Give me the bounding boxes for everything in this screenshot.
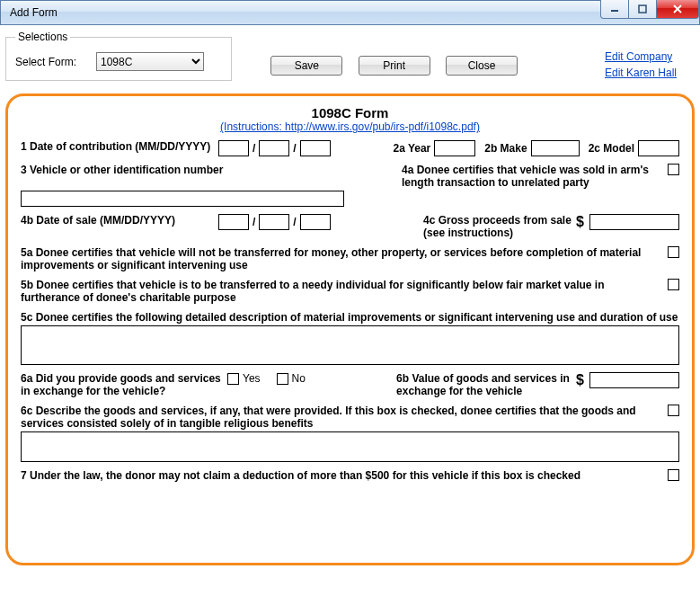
field-4c-input[interactable]	[589, 214, 679, 230]
field-6b-label: 6b Value of goods and services in exchan…	[396, 372, 576, 397]
field-4c-label: 4c Gross proceeds from sale (see instruc…	[423, 214, 576, 239]
field-1-dd-input[interactable]	[259, 140, 289, 156]
field-6a-label: 6a Did you provide goods and services in…	[21, 372, 227, 397]
client-area: Selections Select Form: 1098C Save Print…	[0, 25, 700, 571]
close-window-button[interactable]	[656, 0, 699, 19]
svg-rect-1	[639, 5, 646, 13]
window-title: Add Form	[1, 6, 58, 19]
field-4b-yyyy-input[interactable]	[300, 214, 331, 230]
field-5c-label: 5c Donee certifies the following detaile…	[21, 311, 679, 324]
print-button[interactable]: Print	[359, 56, 430, 76]
field-7-label: 7 Under the law, the donor may not claim…	[21, 469, 662, 482]
selections-legend: Selections	[15, 31, 70, 43]
dollar-sign: $	[576, 214, 584, 230]
select-form-label: Select Form:	[15, 56, 96, 68]
yes-label: Yes	[243, 372, 261, 385]
field-4b-dd-input[interactable]	[259, 214, 289, 230]
field-3-label: 3 Vehicle or other identification number	[21, 164, 362, 176]
field-2b-label: 2b Make	[484, 142, 527, 155]
field-4a-label: 4a Donee certifies that vehicle was sold…	[402, 164, 662, 189]
edit-company-link[interactable]: Edit Company	[605, 49, 677, 65]
dollar-sign: $	[576, 372, 584, 388]
field-5a-checkbox[interactable]	[668, 246, 679, 258]
field-2b-input[interactable]	[531, 140, 580, 156]
close-button[interactable]: Close	[446, 56, 518, 76]
date-sep: /	[253, 216, 255, 228]
field-6c-label: 6c Describe the goods and services, if a…	[21, 405, 662, 430]
no-label: No	[292, 372, 306, 385]
field-5b-checkbox[interactable]	[668, 279, 679, 290]
field-1-yyyy-input[interactable]	[300, 140, 331, 156]
save-button[interactable]: Save	[270, 56, 342, 76]
field-6a-no-checkbox[interactable]	[277, 373, 288, 385]
field-6a-yes-checkbox[interactable]	[227, 373, 239, 385]
form-instructions-link[interactable]: (Instructions: http://www.irs.gov/pub/ir…	[220, 120, 480, 133]
date-sep: /	[293, 216, 296, 228]
maximize-button[interactable]	[628, 0, 657, 19]
field-7-checkbox[interactable]	[668, 469, 679, 481]
field-4b-mm-input[interactable]	[218, 214, 249, 230]
field-4a-checkbox[interactable]	[668, 164, 679, 175]
field-5a-label: 5a Donee certifies that vehicle will not…	[21, 246, 662, 271]
field-5c-textarea[interactable]	[21, 325, 679, 365]
edit-links: Edit Company Edit Karen Hall	[605, 49, 677, 81]
form-1098c: 1098C Form (Instructions: http://www.irs…	[5, 93, 695, 565]
date-sep: /	[293, 142, 296, 155]
field-2a-label: 2a Year	[393, 142, 430, 155]
field-5b-label: 5b Donee certifies that vehicle is to be…	[21, 279, 662, 304]
date-sep: /	[253, 142, 255, 155]
field-6c-checkbox[interactable]	[668, 405, 679, 416]
field-1-mm-input[interactable]	[218, 140, 249, 156]
field-2a-input[interactable]	[434, 140, 475, 156]
toolbar: Save Print Close	[270, 56, 530, 76]
field-4b-label: 4b Date of sale (MM/DD/YYYY)	[21, 214, 218, 227]
selections-group: Selections Select Form: 1098C	[5, 31, 232, 81]
form-title: 1098C Form	[21, 105, 679, 120]
window-controls	[601, 0, 699, 19]
minimize-button[interactable]	[600, 0, 629, 19]
field-1-label: 1 Date of contribution (MM/DD/YYYY)	[21, 140, 218, 153]
edit-person-link[interactable]: Edit Karen Hall	[605, 65, 677, 81]
select-form-dropdown[interactable]: 1098C	[96, 52, 204, 71]
field-6b-input[interactable]	[589, 372, 679, 388]
title-bar: Add Form	[0, 0, 700, 25]
field-2c-input[interactable]	[638, 140, 679, 156]
field-2c-label: 2c Model	[589, 142, 634, 155]
field-6c-textarea[interactable]	[21, 431, 679, 462]
field-3-input[interactable]	[21, 191, 344, 207]
